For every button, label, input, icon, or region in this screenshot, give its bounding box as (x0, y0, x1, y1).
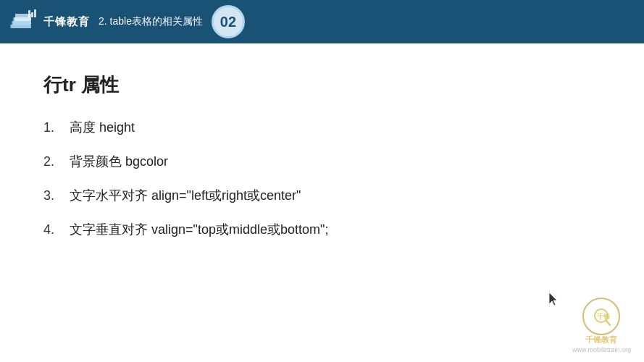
svg-rect-2 (14, 17, 31, 21)
list-number-4: 4. (43, 220, 70, 240)
header-title: 2. table表格的相关属性 (99, 15, 203, 28)
header-logo-text: 千锋教育 (43, 15, 90, 29)
list-number-2: 2. (43, 152, 70, 172)
svg-text:千锋: 千锋 (597, 313, 611, 320)
logo-icon (7, 7, 38, 37)
list-item: 2. 背景颜色 bgcolor (43, 152, 601, 172)
list-text-4: 文字垂直对齐 valign="top或middle或bottom"; (70, 220, 328, 240)
watermark-brand: 千锋教育 (585, 335, 617, 345)
header-logo-area: 千锋教育 2. table表格的相关属性 (7, 7, 203, 37)
header-bar: 千锋教育 2. table表格的相关属性 02 (0, 0, 644, 43)
svg-rect-7 (28, 10, 30, 17)
watermark-url: www.mobiletrain.org (572, 346, 631, 353)
content-area: 行tr 属性 1. 高度 height 2. 背景颜色 bgcolor 3. 文… (0, 43, 644, 362)
svg-line-11 (606, 320, 610, 325)
list-item: 1. 高度 height (43, 118, 601, 138)
list-container: 1. 高度 height 2. 背景颜色 bgcolor 3. 文字水平对齐 a… (43, 118, 601, 240)
svg-rect-1 (12, 21, 31, 25)
list-number-1: 1. (43, 118, 70, 138)
list-text-1: 高度 height (70, 118, 135, 138)
slide-container: 千锋教育 2. table表格的相关属性 02 行tr 属性 1. 高度 hei… (0, 0, 644, 362)
watermark: 千锋 千锋教育 www.mobiletrain.org (572, 298, 631, 353)
list-number-3: 3. (43, 186, 70, 206)
lesson-badge: 02 (212, 5, 245, 38)
list-item: 4. 文字垂直对齐 valign="top或middle或bottom"; (43, 220, 601, 240)
watermark-circle: 千锋 (582, 298, 620, 335)
list-text-3: 文字水平对齐 align="left或right或center" (70, 186, 301, 206)
svg-rect-9 (34, 9, 36, 17)
svg-rect-8 (31, 12, 33, 17)
list-text-2: 背景颜色 bgcolor (70, 152, 168, 172)
section-title: 行tr 属性 (43, 72, 601, 98)
list-item: 3. 文字水平对齐 align="left或right或center" (43, 186, 601, 206)
svg-rect-0 (11, 25, 31, 28)
lesson-number: 02 (220, 14, 236, 30)
